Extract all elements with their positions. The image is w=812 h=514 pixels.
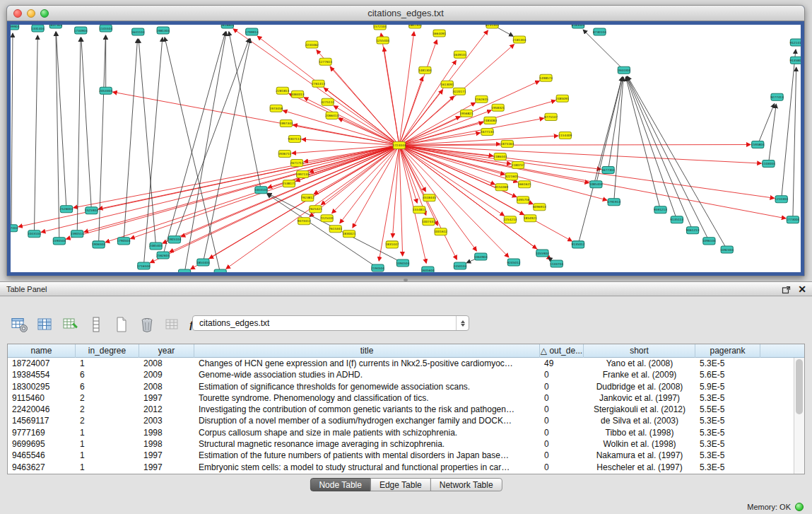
graph-node[interactable]: 3221601 [505, 173, 518, 180]
graph-node[interactable]: 1997343 [279, 119, 293, 127]
column-header-short[interactable]: short [584, 344, 695, 358]
table-cell[interactable]: 1998 [139, 438, 194, 450]
graph-node[interactable]: 9154469 [495, 184, 508, 191]
graph-edge[interactable] [143, 37, 163, 266]
table-cell[interactable]: Estimation of the future numbers of pati… [194, 450, 540, 461]
graph-node[interactable]: 2671713 [290, 160, 304, 167]
table-cell[interactable]: 1998 [139, 427, 194, 438]
graph-node[interactable]: 2254213 [503, 216, 517, 223]
table-cell[interactable]: 9463627 [8, 462, 76, 473]
table-cell[interactable]: 0 [540, 392, 584, 404]
window-titlebar[interactable]: citations_edges.txt [7, 6, 804, 21]
table-row[interactable]: 977716911998Corpus callosum shape and si… [8, 427, 804, 438]
graph-node[interactable]: 8183004 [572, 25, 585, 28]
graph-node[interactable]: 1664091 [433, 30, 446, 37]
graph-node[interactable]: 8730104 [593, 28, 606, 35]
table-row[interactable]: 969969511998Structural magnetic resonanc… [8, 438, 804, 450]
graph-edge[interactable] [56, 32, 59, 241]
delete-column-icon[interactable] [137, 315, 156, 334]
graph-node[interactable]: 1554813 [413, 206, 426, 214]
table-cell[interactable]: 1 [76, 438, 139, 450]
graph-node[interactable]: 1641104 [131, 28, 145, 35]
graph-node[interactable]: 1154409 [558, 132, 572, 139]
graph-edge[interactable] [289, 94, 399, 146]
graph-node[interactable]: 1590504 [52, 238, 66, 245]
graph-edge[interactable] [203, 39, 250, 262]
row-height-icon[interactable] [86, 315, 105, 334]
table-cell[interactable]: 9115460 [8, 392, 76, 404]
table-cell[interactable]: 5.3E-5 [695, 438, 760, 450]
graph-node[interactable]: 1007447 [422, 218, 435, 226]
graph-node[interactable]: 1854404 [196, 259, 210, 266]
graph-node[interactable]: 1637304 [49, 25, 62, 28]
graph-edge[interactable] [267, 194, 378, 268]
graph-node[interactable]: 1734904 [74, 27, 88, 34]
table-cell[interactable]: 0 [540, 438, 584, 450]
table-row[interactable]: 946362711997Embryonic stem cells: a mode… [8, 462, 804, 473]
close-panel-icon[interactable]: ✕ [798, 282, 806, 297]
graph-node[interactable]: 1773004 [786, 216, 799, 223]
graph-node[interactable]: 9135804 [789, 57, 801, 64]
graph-node[interactable]: 9277413 [770, 93, 784, 100]
table-cell[interactable]: Estimation of significance thresholds fo… [194, 381, 540, 392]
table-cell[interactable]: 9465546 [8, 450, 76, 461]
graph-node[interactable]: 7485083 [483, 117, 497, 124]
graph-edge[interactable] [11, 33, 13, 228]
graph-node[interactable]: 1677304 [601, 167, 615, 174]
table-cell[interactable]: 1 [76, 450, 139, 461]
graph-node[interactable]: 8131304 [486, 25, 499, 28]
table-cell[interactable]: 49 [540, 358, 584, 369]
table-vertical-scrollbar[interactable] [794, 358, 804, 474]
tab-network-table[interactable]: Network Table [430, 478, 502, 491]
graph-edge[interactable] [304, 98, 399, 146]
graph-node[interactable]: 1133704 [550, 260, 563, 267]
graph-node[interactable]: 1799914 [245, 28, 259, 35]
network-graph[interactable]: 1724044157210412554041861304166409116491… [11, 25, 801, 272]
column-header-out_de[interactable]: △ out_de... [540, 344, 584, 358]
graph-edge[interactable] [399, 32, 414, 146]
graph-edge[interactable] [627, 76, 709, 241]
graph-node[interactable]: 1495758 [517, 197, 530, 204]
graph-node[interactable]: 1677134 [481, 128, 494, 135]
graph-node[interactable]: 1958321 [491, 104, 505, 111]
table-cell[interactable]: Yano et al. (2008) [584, 358, 695, 369]
graph-node[interactable]: 2181304 [513, 36, 526, 43]
table-cell[interactable]: Stergiakouli et al. (2012) [584, 404, 695, 415]
table-cell[interactable]: 1 [76, 358, 139, 369]
graph-node[interactable]: 2450104 [454, 262, 467, 269]
graph-node[interactable]: 7625421 [309, 206, 322, 213]
table-cell[interactable]: 0 [540, 427, 584, 438]
graph-node[interactable]: 9591213 [654, 206, 667, 214]
graph-edge[interactable] [73, 145, 399, 207]
tab-node-table[interactable]: Node Table [310, 478, 371, 491]
graph-node[interactable]: 1956821 [460, 110, 473, 117]
table-cell[interactable]: 18724007 [8, 358, 76, 369]
graph-node[interactable]: 1096104 [702, 238, 716, 245]
graph-node[interactable]: 1799904 [11, 25, 20, 30]
graph-node[interactable]: 1861304 [408, 25, 422, 28]
table-cell[interactable]: 22420046 [8, 404, 76, 415]
table-cell[interactable]: 5.3E-5 [695, 462, 760, 473]
graph-node[interactable]: 4518445 [423, 194, 436, 201]
column-header-pagerank[interactable]: pagerank [695, 344, 760, 358]
graph-node[interactable]: 2761413 [312, 80, 325, 87]
graph-edge[interactable] [84, 145, 399, 232]
graph-node[interactable]: 2194504 [371, 264, 384, 271]
table-cell[interactable]: 0 [540, 381, 584, 392]
table-cell[interactable]: Franke et al. (2009) [584, 369, 695, 380]
graph-edge[interactable] [56, 32, 66, 209]
table-cell[interactable]: 0 [540, 369, 584, 380]
column-header-in_degree[interactable]: in_degree [76, 344, 139, 358]
network-canvas[interactable]: 1724044157210412554041861304166409116491… [11, 25, 801, 272]
table-cell[interactable]: 2003 [139, 415, 194, 426]
table-cell[interactable]: 2008 [139, 358, 194, 369]
graph-node[interactable]: 2538171 [282, 180, 295, 187]
graph-node[interactable]: 1103004 [762, 160, 775, 168]
graph-node[interactable]: 7615341 [329, 226, 342, 233]
graph-edge[interactable] [399, 145, 403, 255]
table-cell[interactable]: 6 [76, 381, 139, 392]
graph-node[interactable]: 1590514 [71, 230, 84, 238]
graph-edge[interactable] [175, 38, 249, 239]
table-cell[interactable]: 2 [76, 415, 139, 426]
table-cell[interactable]: Tibbo et al. (1998) [584, 427, 695, 438]
